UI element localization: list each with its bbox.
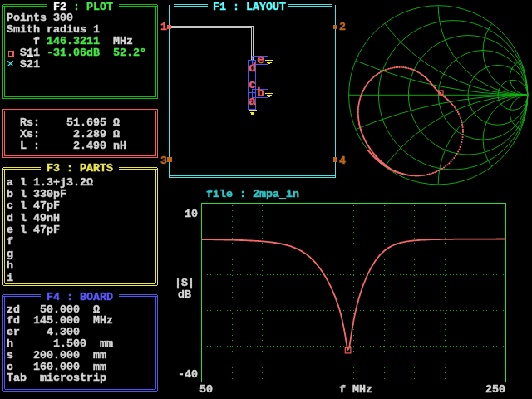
svg-text:d: d bbox=[249, 62, 256, 75]
svg-text:s 200.000 mm: s 200.000 mm bbox=[7, 349, 106, 362]
svg-text:f: f bbox=[7, 235, 13, 248]
svg-text:a: a bbox=[249, 95, 256, 108]
svg-text:2.490: 2.490 bbox=[73, 140, 106, 152]
svg-text:d l 49nH: d l 49nH bbox=[7, 212, 60, 224]
svg-text:2: 2 bbox=[339, 21, 346, 33]
svg-text:b l 330pF: b l 330pF bbox=[7, 188, 66, 200]
svg-text:Xs:: Xs: bbox=[20, 128, 40, 140]
svg-text:f: f bbox=[33, 35, 40, 47]
svg-text:h: h bbox=[7, 259, 13, 272]
svg-text:10: 10 bbox=[185, 208, 198, 220]
svg-text:h 1.500 mm: h 1.500 mm bbox=[7, 337, 113, 350]
svg-text:2.289: 2.289 bbox=[73, 128, 106, 140]
svg-text:file : 2mpa_in: file : 2mpa_in bbox=[206, 188, 299, 200]
svg-text:-40: -40 bbox=[178, 368, 198, 381]
svg-text:250: 250 bbox=[485, 383, 505, 396]
svg-text:Rs:: Rs: bbox=[20, 116, 40, 129]
svg-text:b: b bbox=[257, 86, 264, 100]
svg-text:51.695: 51.695 bbox=[66, 116, 106, 129]
svg-text:fd 145.000 MHz: fd 145.000 MHz bbox=[7, 314, 113, 327]
svg-text:1: 1 bbox=[160, 21, 167, 33]
svg-text:c l 47pF: c l 47pF bbox=[7, 200, 60, 212]
svg-text:52.2°: 52.2° bbox=[113, 47, 146, 59]
svg-text:c: c bbox=[249, 78, 256, 91]
svg-text:-31.06dB: -31.06dB bbox=[47, 47, 100, 59]
svg-text::: : bbox=[73, 1, 80, 13]
svg-text:Tab microstrip: Tab microstrip bbox=[7, 372, 106, 384]
svg-text:e l 47pF: e l 47pF bbox=[7, 224, 60, 236]
svg-text:PLOT: PLOT bbox=[86, 1, 113, 13]
svg-text:4: 4 bbox=[339, 155, 346, 167]
svg-text:g: g bbox=[7, 248, 13, 260]
svg-text:F1 : LAYOUT: F1 : LAYOUT bbox=[213, 1, 286, 13]
svg-text:S21: S21 bbox=[20, 58, 40, 71]
svg-text:a l 1.3+j3.2Ω: a l 1.3+j3.2Ω bbox=[7, 176, 93, 189]
svg-text:F3 : PARTS: F3 : PARTS bbox=[47, 162, 113, 175]
svg-text:Ω: Ω bbox=[113, 128, 120, 140]
svg-text:dB: dB bbox=[178, 288, 191, 301]
svg-text:Smith radius 1: Smith radius 1 bbox=[7, 23, 100, 36]
svg-text:Points 300: Points 300 bbox=[7, 12, 73, 24]
svg-text:|S|: |S| bbox=[175, 277, 195, 289]
svg-text:146.3211: 146.3211 bbox=[47, 35, 100, 47]
svg-text:zd 50.000 Ω: zd 50.000 Ω bbox=[7, 303, 100, 316]
svg-text:e: e bbox=[257, 53, 264, 66]
svg-text:f MHz: f MHz bbox=[339, 383, 372, 396]
svg-text:F4 : BOARD: F4 : BOARD bbox=[47, 291, 113, 303]
svg-text:3: 3 bbox=[160, 155, 167, 167]
svg-text:S11: S11 bbox=[20, 47, 40, 59]
svg-text:i: i bbox=[7, 272, 13, 284]
svg-text:nH: nH bbox=[113, 140, 126, 152]
svg-text:L :: L : bbox=[20, 140, 40, 152]
svg-text:Ω: Ω bbox=[113, 116, 120, 129]
svg-text:50: 50 bbox=[200, 383, 213, 396]
svg-text:c 160.000 mm: c 160.000 mm bbox=[7, 361, 106, 373]
svg-text:MHz: MHz bbox=[113, 35, 133, 47]
svg-text:er 4.300: er 4.300 bbox=[7, 326, 80, 338]
